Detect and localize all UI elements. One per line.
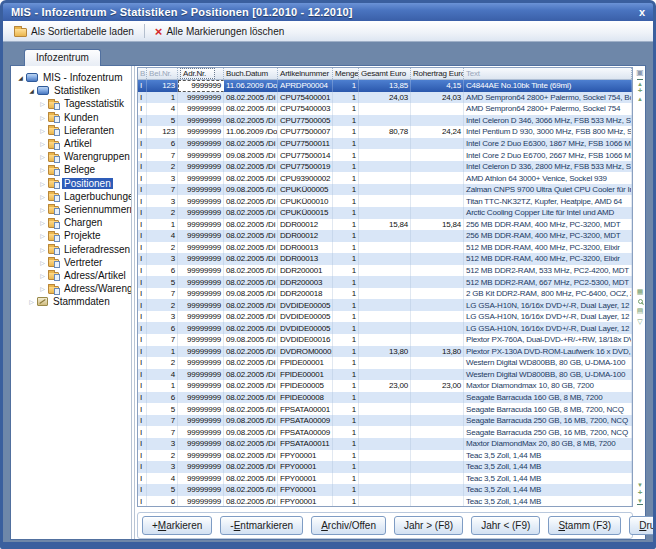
- expand-arrow-icon[interactable]: ▷: [38, 246, 47, 253]
- table-row[interactable]: I79999999909.08.2005 /DiDDR20001812 GB K…: [138, 288, 632, 300]
- table-row[interactable]: I29999999908.02.2005 /DiDVDIDE000051LG G…: [138, 299, 632, 311]
- table-row[interactable]: I49999999908.02.2005 /DiFPY000011Teac 3,…: [138, 473, 632, 485]
- expand-arrow-icon[interactable]: ▷: [38, 193, 47, 200]
- tree-item-lieferanten[interactable]: ▷Lieferanten: [14, 124, 131, 137]
- table-row[interactable]: I29999999908.02.2005 /DiFPY000011Teac 3,…: [138, 450, 632, 462]
- table-row[interactable]: I29999999908.02.2005 /DiCPUKÜ000151Arcti…: [138, 207, 632, 219]
- grid-view-icon[interactable]: ▦: [637, 288, 644, 296]
- column-header-rohertrag[interactable]: Rohertrag Euro: [411, 68, 464, 79]
- button-markieren[interactable]: + Markieren: [142, 516, 212, 535]
- load-sort-table-button[interactable]: Als Sortiertabelle laden: [9, 25, 139, 38]
- table-row[interactable]: I39999999908.02.2005 /DiDDR000131512 MB …: [138, 253, 632, 265]
- tree-item-positionen[interactable]: ▷Positionen: [14, 177, 131, 190]
- insert-below-icon[interactable]: +: [638, 489, 643, 497]
- table-row[interactable]: I79999999909.08.2005 /DiFPSATA000091Seag…: [138, 426, 632, 438]
- table-row[interactable]: I69999999908.02.2005 /DiDVDIDE000051LG G…: [138, 322, 632, 334]
- button-archiv-offen[interactable]: Archiv/Offen: [311, 516, 386, 535]
- table-row[interactable]: I1239999999911.06.2009 /DoCPU77500007180…: [138, 126, 632, 138]
- tree-item-lagerbuchungen[interactable]: ▷Lagerbuchungen: [14, 190, 131, 203]
- tree-item-tagesstatistik[interactable]: ▷Tagesstatistik: [14, 97, 131, 110]
- expand-arrow-icon[interactable]: ▷: [38, 127, 47, 134]
- table-row[interactable]: I59999999908.02.2005 /DiCPU775000051Inte…: [138, 115, 632, 127]
- filter-icon[interactable]: ▽: [637, 318, 642, 326]
- table-row[interactable]: I29999999908.02.2005 /DiCPU775000191Inte…: [138, 161, 632, 173]
- expand-arrow-icon[interactable]: ▷: [38, 180, 47, 187]
- table-row[interactable]: I19999999908.02.2005 /DiDDR00012115,8415…: [138, 219, 632, 231]
- expand-arrow-icon[interactable]: ▷: [38, 219, 47, 226]
- table-row[interactable]: I123999999911.06.2009 /DoAPRDP00004113,8…: [138, 80, 632, 92]
- expand-arrow-icon[interactable]: ▷: [38, 114, 47, 121]
- tree-item-seriennummern[interactable]: ▷Seriennummern: [14, 203, 131, 216]
- table-row[interactable]: I79999999909.08.2005 /DiCPU775000141Inte…: [138, 149, 632, 161]
- button-druck-f4[interactable]: Druck (F4): [629, 516, 656, 535]
- table-row[interactable]: I39999999908.02.2005 /DiFPY000011Teac 3,…: [138, 461, 632, 473]
- tree-item-stammdaten[interactable]: ▷Stammdaten: [14, 295, 131, 308]
- column-header-menge[interactable]: Menge: [333, 68, 359, 79]
- table-row[interactable]: I59999999908.02.2005 /DiFPSATA000011Seag…: [138, 403, 632, 415]
- table-row[interactable]: I69999999908.02.2005 /DiCPU775000111Inte…: [138, 138, 632, 150]
- column-header-adr[interactable]: Adr.Nr.: [178, 68, 224, 79]
- table-row[interactable]: I59999999908.02.2005 /DiFPY000011Teac 3,…: [138, 484, 632, 496]
- column-header-gesamt[interactable]: Gesamt Euro: [359, 68, 411, 79]
- search-icon[interactable]: [638, 299, 643, 304]
- table-row[interactable]: I49999999908.02.2005 /DiCPU754000031AMD …: [138, 103, 632, 115]
- expand-arrow-icon[interactable]: ▷: [38, 259, 47, 266]
- tree-item-adress-artikel[interactable]: ▷Adress/Artikel: [14, 269, 131, 282]
- table-row[interactable]: I49999999908.02.2005 /DiDDR000121256 MB …: [138, 230, 632, 242]
- collapse-arrow-icon[interactable]: ◢: [16, 74, 25, 81]
- table-row[interactable]: I49999999908.02.2005 /DiFPIDE000011Weste…: [138, 369, 632, 381]
- expand-arrow-icon[interactable]: ▷: [38, 206, 47, 213]
- table-row[interactable]: I19999999908.02.2005 /DiDVDROM00001113,8…: [138, 346, 632, 358]
- table-row[interactable]: I29999999908.02.2005 /DiDDR000131512 MB …: [138, 242, 632, 254]
- tree-item-mis-infozentrum[interactable]: ◢MIS - Infozentrum: [14, 71, 131, 84]
- table-row[interactable]: I79999999909.08.2005 /DiCPUKÜ000051Zalma…: [138, 184, 632, 196]
- table-row[interactable]: I59999999908.02.2005 /DiDDR2000031512 MB…: [138, 276, 632, 288]
- tree-item-projekte[interactable]: ▷Projekte: [14, 229, 131, 242]
- button-entmarkieren[interactable]: - Entmarkieren: [220, 516, 303, 535]
- tree-item-artikel[interactable]: ▷Artikel: [14, 137, 131, 150]
- column-header-bel[interactable]: Bel.Nr.: [147, 68, 178, 79]
- table-row[interactable]: I69999999908.02.2005 /DiFPIDE000081Seaga…: [138, 392, 632, 404]
- close-icon[interactable]: x: [639, 7, 645, 18]
- column-header-artikel[interactable]: Artikelnummer: [278, 68, 333, 79]
- tree-item-chargen[interactable]: ▷Chargen: [14, 216, 131, 229]
- expand-arrow-icon[interactable]: ▷: [38, 232, 47, 239]
- column-header-datum[interactable]: Buch.Datum: [224, 68, 278, 79]
- table-row[interactable]: I79999999909.08.2005 /DiDVDIDE000161Plex…: [138, 334, 632, 346]
- tab-infozentrum[interactable]: Infozentrum: [24, 49, 101, 66]
- column-header-b[interactable]: B: [138, 68, 147, 79]
- button-stamm-f3[interactable]: Stamm (F3): [548, 516, 621, 535]
- expand-arrow-icon[interactable]: ▷: [38, 140, 47, 147]
- tree-item-adress-warengruppen[interactable]: ▷Adress/Warengruppen: [14, 282, 131, 295]
- tree-item-kunden[interactable]: ▷Kunden: [14, 111, 131, 124]
- clear-marks-button[interactable]: × Alle Markierungen löschen: [150, 24, 289, 39]
- column-header-text[interactable]: Text: [464, 68, 632, 79]
- table-row[interactable]: I69999999908.02.2005 /DiFPY000011Teac 3,…: [138, 496, 632, 507]
- expand-arrow-icon[interactable]: ▷: [38, 285, 47, 292]
- table-row[interactable]: I39999999908.02.2005 /DiCPU939000021AMD …: [138, 172, 632, 184]
- table-row[interactable]: I19999999908.02.2005 /DiCPU75400001124,0…: [138, 92, 632, 104]
- table-row[interactable]: I69999999908.02.2005 /DiDDR2000011512 MB…: [138, 265, 632, 277]
- column-options-icon[interactable]: ▣: [636, 68, 644, 77]
- expand-arrow-icon[interactable]: ▷: [27, 298, 36, 305]
- tree-item-lieferadressen[interactable]: ▷Lieferadressen: [14, 242, 131, 255]
- tree-item-warengruppen[interactable]: ▷Warengruppen: [14, 150, 131, 163]
- tree-item-belege[interactable]: ▷Belege: [14, 163, 131, 176]
- scroll-to-bottom-icon[interactable]: ▼: [637, 497, 643, 505]
- insert-above-icon[interactable]: +: [638, 87, 643, 95]
- expand-arrow-icon[interactable]: ▷: [38, 100, 47, 107]
- table-row[interactable]: I79999999909.08.2005 /DiFPSATA000091Seag…: [138, 415, 632, 427]
- button-jahr-f9[interactable]: Jahr < (F9): [471, 516, 540, 535]
- table-row[interactable]: I29999999908.02.2005 /DiFPIDE000011Weste…: [138, 357, 632, 369]
- table-row[interactable]: I39999999908.02.2005 /DiCPUKÜ000101Titan…: [138, 195, 632, 207]
- button-jahr-f8[interactable]: Jahr > (F8): [394, 516, 463, 535]
- expand-arrow-icon[interactable]: ▷: [38, 153, 47, 160]
- tree-item-vertreter[interactable]: ▷Vertreter: [14, 256, 131, 269]
- expand-arrow-icon[interactable]: ▷: [38, 166, 47, 173]
- tree-item-statistiken[interactable]: ◢Statistiken: [14, 84, 131, 97]
- table-row[interactable]: I39999999908.02.2005 /DiFPSATA000111Maxt…: [138, 438, 632, 450]
- collapse-arrow-icon[interactable]: ◢: [27, 87, 36, 94]
- table-row[interactable]: I19999999908.02.2005 /DiFPIDE00005123,00…: [138, 380, 632, 392]
- scroll-up-icon[interactable]: ▲: [637, 95, 643, 103]
- table-row[interactable]: I39999999908.02.2005 /DiDVDIDE000051LG G…: [138, 311, 632, 323]
